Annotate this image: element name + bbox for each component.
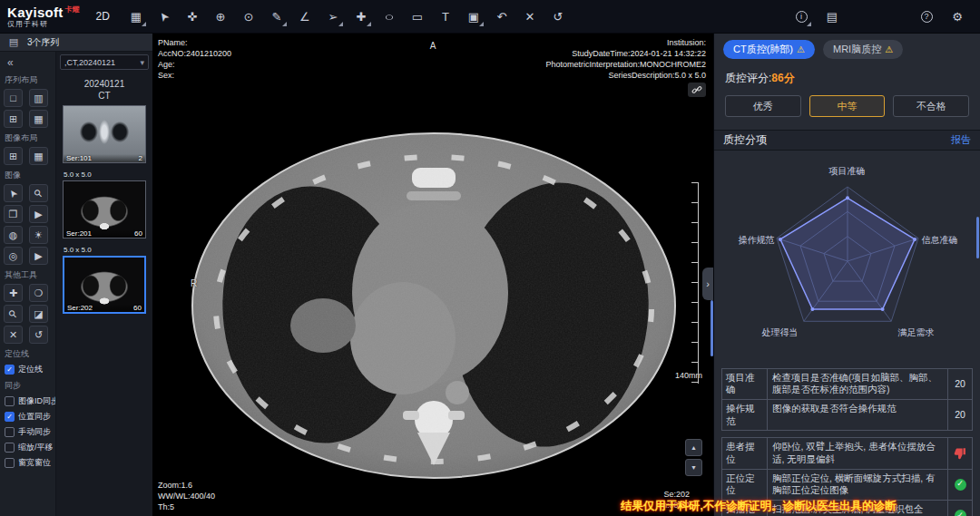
grade-button[interactable]: 中等 (809, 95, 886, 117)
layout-single-button[interactable]: □ (4, 89, 23, 107)
crosshair-tool-button[interactable]: ⊙ (237, 5, 260, 28)
label-tool-button[interactable]: ▣ (462, 5, 485, 28)
series-thumbnail[interactable]: Ser:101 2 (63, 105, 146, 163)
checkbox[interactable] (5, 458, 15, 468)
tool-icon: ▶ (34, 251, 42, 261)
series-panel: ,CT,20240121 ▾ 20240121 CT (56, 52, 152, 516)
comment-button[interactable]: ❍ (29, 284, 48, 302)
qc-score-row: 质控评分:86分 (714, 63, 980, 88)
report-doc-button[interactable]: ▤ (820, 5, 844, 28)
undo-button[interactable]: ↶ (490, 5, 514, 28)
cine-button[interactable]: ▶ (29, 205, 48, 223)
measure-tool-button[interactable]: ✎ (265, 5, 289, 28)
grade-button[interactable]: 不合格 (893, 95, 969, 117)
study-dropdown[interactable]: ,CT,20240121 ▾ (60, 54, 149, 70)
info-button[interactable]: i (789, 5, 813, 28)
slice-steppers: ▲ ▼ (685, 439, 702, 476)
angle-tool-button[interactable]: ∠ (293, 5, 317, 28)
section-label-locator: 定位线 (5, 348, 55, 360)
search-button[interactable]: ⚲ (4, 305, 23, 323)
viewport-scrollbar[interactable] (710, 300, 713, 356)
sphere-3d-button[interactable]: ◍ (4, 226, 23, 244)
brightness-button[interactable]: ☀ (29, 226, 48, 244)
sync-option[interactable]: 窗宽窗位 (5, 457, 55, 469)
tool-icon: ❐ (9, 209, 18, 219)
sync-option[interactable]: 缩放/平移 (5, 442, 55, 453)
warning-icon: ⚠ (797, 44, 805, 54)
chevron-down-icon: ▾ (140, 58, 144, 67)
zoom-label: Zoom:1.6 (158, 480, 215, 491)
expand-panel-handle[interactable]: › (702, 268, 713, 300)
radar-axis-label: 项目准确 (829, 165, 866, 178)
play-button[interactable]: ▶ (29, 247, 48, 265)
qc-table-scrollbar[interactable] (976, 217, 979, 258)
pointer-button[interactable]: ➤ (4, 184, 23, 202)
tool-icon: ◎ (9, 251, 18, 261)
layout-tool-button[interactable]: ▦ (124, 5, 148, 28)
sex-label: Sex: (158, 70, 231, 81)
scroll-down-button[interactable]: ▼ (685, 459, 702, 476)
sync-option[interactable]: 图像ID同步 (5, 395, 55, 407)
image-layout-2x2-button[interactable]: ⊞ (4, 147, 23, 165)
scroll-up-button[interactable]: ▲ (685, 439, 702, 456)
qc-table-row: 项目准确 检查项目是否准确(项目如脑部、胸部、腹部是否在标准的范围内容) 20 … (721, 368, 973, 400)
close-button[interactable]: ✕ (4, 326, 23, 344)
pointer-tool-button[interactable]: ➤ (152, 5, 176, 28)
image-layout-grid-button[interactable]: ▦ (29, 147, 48, 165)
checkbox[interactable] (5, 365, 15, 375)
clone-button[interactable]: ❐ (4, 205, 23, 223)
qc-table-row: 操作规范 图像的获取是否符合操作规范 20 ✓ (721, 400, 973, 431)
link-button[interactable] (688, 83, 706, 97)
target-button[interactable]: ◎ (4, 247, 23, 265)
delete-button[interactable]: ✕ (518, 5, 542, 28)
checkbox[interactable] (5, 443, 15, 453)
tool-icon: ➢ (328, 10, 338, 24)
pan-tool-button[interactable]: ✜ (181, 5, 204, 28)
ellipse-roi-tool-button[interactable]: ○ (377, 5, 401, 28)
qc-item-desc: 胸部正位定位, 横断面螺旋方式扫描, 有胸部正位定位图像 (768, 470, 947, 500)
tool-icon: ✚ (356, 10, 366, 24)
text-tool-button[interactable]: T (434, 5, 457, 28)
orientation-right: R (191, 278, 197, 288)
qc-score-label: 质控评分: (725, 72, 771, 84)
study-datetime-label: StudyDateTime:2024-01-21 14:32:22 (545, 48, 706, 59)
layout-2x2-button[interactable]: ⊞ (4, 110, 23, 128)
add-button[interactable]: ✚ (4, 284, 23, 302)
tool-group-main: ▦ ➤ ✜ ⊕ ⊙ ✎ (124, 5, 570, 28)
grade-buttons: 优秀 中等 不合格 (714, 88, 980, 121)
checkbox[interactable] (5, 427, 15, 437)
section-label-other-tools: 其他工具 (5, 269, 55, 281)
reset-button[interactable]: ↺ (546, 5, 570, 28)
checkbox[interactable] (5, 396, 15, 406)
tool-icon: ⚲ (33, 187, 44, 199)
locator-line-option[interactable]: 定位线 (5, 364, 55, 375)
eraser-button[interactable]: ◪ (29, 305, 48, 323)
sync-option[interactable]: 位置同步 (5, 411, 55, 423)
section-label-series-layout: 序列布局 (5, 74, 55, 86)
image-viewport[interactable]: PName: AccNO:2401210200 Age: Sex: Instit… (152, 34, 713, 516)
layout-grid-button[interactable]: ▦ (29, 110, 48, 128)
tool-icon: ▤ (827, 10, 838, 24)
help-button[interactable]: ? (915, 5, 938, 28)
probe-tool-button[interactable]: ➢ (321, 5, 345, 28)
tool-icon: ✎ (271, 10, 281, 24)
layout-columns-button[interactable]: ▥ (29, 89, 48, 107)
settings-button[interactable]: ⚙ (946, 5, 969, 28)
annotation-add-tool-button[interactable]: ✚ (349, 5, 373, 28)
collapse-sidebar-button[interactable]: « (4, 55, 17, 70)
rect-roi-tool-button[interactable]: ▭ (406, 5, 429, 28)
image-tools-grid: ➤ ⚲ ❐ ▶ (4, 184, 55, 265)
rotate-reset-button[interactable]: ↺ (29, 326, 48, 344)
series-thumbnail[interactable]: Ser:201 60 (63, 180, 146, 239)
checkbox[interactable] (5, 412, 15, 422)
series-thumbnail[interactable]: Ser:202 60 (63, 256, 146, 314)
qc-tab[interactable]: MRI脑质控 ⚠ (823, 40, 903, 59)
sync-option[interactable]: 手动同步 (5, 426, 55, 438)
tool-icon: ⚙ (952, 10, 963, 24)
qc-tab[interactable]: CT质控(肺部) ⚠ (723, 40, 815, 59)
report-link[interactable]: 报告 (951, 133, 971, 147)
qc-section-title: 质控分项 (723, 132, 767, 148)
zoom-tool-button[interactable]: ⊕ (209, 5, 232, 28)
magnifier-button[interactable]: ⚲ (29, 184, 48, 202)
grade-button[interactable]: 优秀 (725, 95, 801, 117)
